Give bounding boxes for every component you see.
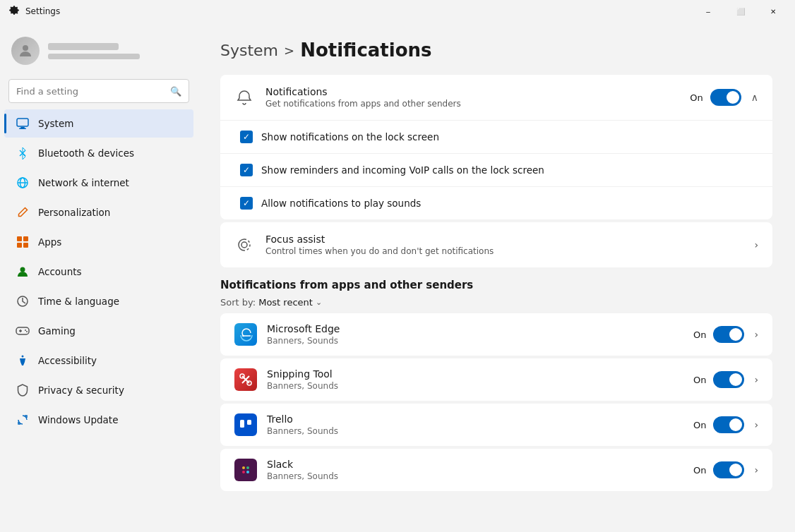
slack-chevron-icon[interactable]: › [754, 464, 758, 476]
edge-sub: Banners, Sounds [267, 336, 683, 346]
sidebar-item-accessibility[interactable]: Accessibility [4, 346, 193, 375]
checkbox-sounds[interactable] [240, 197, 253, 210]
minimize-button[interactable]: – [692, 0, 724, 23]
trello-info: Trello Banners, Sounds [267, 413, 683, 436]
notifications-toggle[interactable] [710, 89, 741, 106]
app-row-trello: Trello Banners, Sounds On › [220, 404, 772, 446]
app-title: Settings [25, 6, 60, 16]
edge-icon [234, 323, 257, 346]
search-icon: 🔍 [170, 86, 181, 97]
svg-point-18 [25, 330, 26, 331]
checkbox-voip[interactable] [240, 164, 253, 176]
sidebar-item-system[interactable]: System [4, 109, 193, 138]
sidebar-item-network[interactable]: Network & internet [4, 169, 193, 197]
sidebar-item-time[interactable]: Time & language [4, 287, 193, 315]
sidebar-item-apps[interactable]: Apps [4, 228, 193, 256]
notifications-main-row: Notifications Get notifications from app… [220, 75, 772, 120]
system-icon [16, 116, 30, 131]
sidebar-item-gaming[interactable]: Gaming [4, 317, 193, 345]
sidebar-item-gaming-label: Gaming [38, 325, 76, 337]
windows-update-icon [16, 413, 30, 427]
edge-info: Microsoft Edge Banners, Sounds [267, 323, 683, 346]
trello-toggle[interactable] [713, 416, 744, 433]
apps-section-header: Notifications from apps and other sender… [220, 279, 772, 291]
apps-icon [16, 235, 30, 249]
slack-toggle[interactable] [713, 461, 744, 478]
maximize-button[interactable]: ⬜ [724, 0, 757, 23]
settings-icon [8, 6, 20, 17]
sort-value-text: Most recent [258, 297, 313, 308]
sidebar: 🔍 System Bluetooth & devices Network & i… [0, 23, 198, 532]
user-info [48, 43, 140, 59]
page-title: Notifications [300, 40, 431, 61]
personalization-icon [16, 205, 30, 219]
edge-toggle[interactable] [713, 326, 744, 343]
edge-controls: On › [693, 326, 758, 343]
snipping-toggle[interactable] [713, 371, 744, 388]
focus-assist-card[interactable]: Focus assist Control times when you do a… [220, 222, 772, 267]
app-row-edge: Microsoft Edge Banners, Sounds On › [220, 313, 772, 356]
svg-rect-24 [240, 420, 244, 428]
user-name [48, 43, 119, 50]
slack-sub: Banners, Sounds [267, 471, 683, 481]
svg-point-13 [20, 267, 25, 272]
trello-status: On [693, 420, 706, 430]
snipping-icon [234, 368, 257, 391]
sidebar-item-privacy[interactable]: Privacy & security [4, 376, 193, 404]
trello-icon [234, 413, 257, 436]
sort-label: Sort by: [220, 297, 256, 308]
trello-chevron-icon[interactable]: › [754, 419, 758, 430]
checkbox-row-2: Show reminders and incoming VoIP calls o… [220, 153, 772, 186]
svg-rect-25 [247, 420, 251, 425]
edge-status: On [693, 330, 706, 340]
sort-row: Sort by: Most recent ⌄ [220, 297, 772, 308]
privacy-icon [16, 383, 30, 397]
snipping-sub: Banners, Sounds [267, 381, 683, 391]
svg-point-29 [246, 471, 249, 473]
accounts-icon [16, 265, 30, 279]
close-button[interactable]: ✕ [757, 0, 789, 23]
edge-chevron-icon[interactable]: › [754, 329, 758, 340]
search-box[interactable]: 🔍 [8, 79, 189, 103]
slack-controls: On › [693, 461, 758, 478]
svg-point-27 [246, 466, 249, 469]
slack-name: Slack [267, 459, 683, 470]
focus-assist-title: Focus assist [265, 234, 740, 245]
svg-rect-9 [17, 236, 22, 241]
snipping-status: On [693, 375, 706, 385]
sidebar-item-system-label: System [38, 118, 73, 129]
titlebar-left: Settings [8, 6, 60, 17]
search-input[interactable] [16, 86, 165, 97]
user-email [48, 54, 140, 59]
notifications-collapse-icon[interactable]: ∧ [751, 92, 758, 103]
sidebar-item-accounts-label: Accounts [38, 266, 82, 277]
notifications-controls: On ∧ [690, 89, 758, 106]
checkbox-sounds-label: Allow notifications to play sounds [261, 198, 421, 209]
breadcrumb-separator: > [284, 43, 294, 58]
slack-icon [234, 459, 257, 481]
svg-rect-12 [23, 243, 28, 248]
checkbox-row-3: Allow notifications to play sounds [220, 186, 772, 219]
sidebar-item-windows-update[interactable]: Windows Update [4, 406, 193, 434]
checkbox-row-1: Show notifications on the lock screen [220, 120, 772, 153]
sidebar-item-bluetooth[interactable]: Bluetooth & devices [4, 139, 193, 167]
breadcrumb-parent[interactable]: System [220, 42, 278, 59]
svg-point-28 [242, 471, 245, 473]
sort-dropdown[interactable]: Most recent ⌄ [258, 297, 322, 308]
avatar [11, 37, 40, 65]
snipping-chevron-icon[interactable]: › [754, 374, 758, 385]
sidebar-item-time-label: Time & language [38, 296, 119, 307]
svg-point-19 [26, 331, 28, 332]
titlebar: Settings – ⬜ ✕ [0, 0, 795, 23]
edge-name: Microsoft Edge [267, 323, 683, 334]
sidebar-item-accounts[interactable]: Accounts [4, 258, 193, 286]
sidebar-item-personalization[interactable]: Personalization [4, 198, 193, 226]
focus-assist-chevron-icon: › [754, 239, 758, 250]
breadcrumb: System > Notifications [220, 40, 772, 61]
snipping-controls: On › [693, 371, 758, 388]
svg-rect-3 [19, 128, 26, 130]
main-content: System > Notifications Notifications Get… [198, 23, 795, 532]
user-section[interactable] [0, 28, 198, 76]
sidebar-item-network-label: Network & internet [38, 177, 129, 188]
checkbox-lock-screen[interactable] [240, 131, 253, 143]
